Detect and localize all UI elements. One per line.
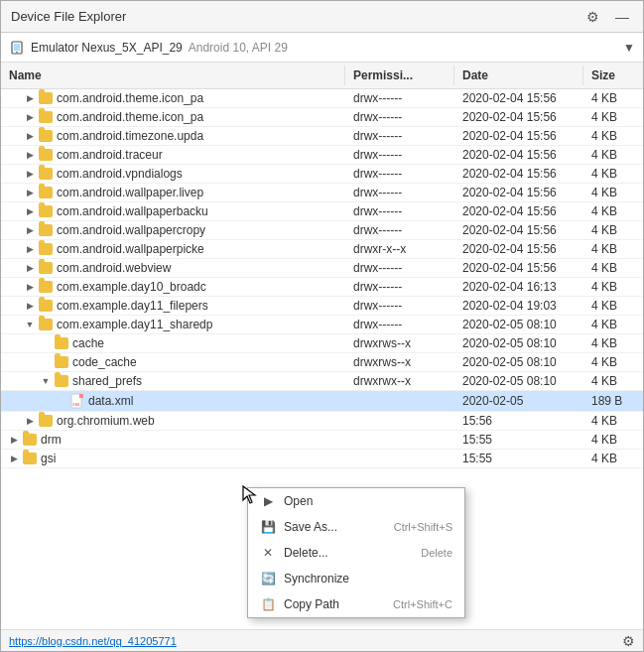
table-row[interactable]: com.example.day10_broadc drwx------ 2020…	[1, 278, 643, 297]
cell-date: 2020-02-05 08:10	[454, 334, 583, 352]
cell-size: 4 KB	[583, 202, 643, 220]
cell-perm: drwxr-x--x	[345, 240, 454, 258]
cell-perm: drwx------	[345, 184, 454, 201]
minimize-button[interactable]: —	[611, 7, 633, 27]
cell-name: com.android.traceur	[1, 146, 345, 164]
cell-size: 4 KB	[583, 127, 643, 145]
cell-date: 2020-02-04 15:56	[454, 202, 583, 220]
cell-date: 2020-02-04 15:56	[454, 221, 583, 239]
folder-icon	[39, 242, 53, 256]
ctx-shortcut-copy-path: Ctrl+Shift+C	[393, 598, 452, 610]
ctx-label-copy-path: Copy Path	[284, 597, 385, 611]
table-row[interactable]: com.example.day11_sharedp drwx------ 202…	[1, 316, 643, 334]
file-name: gsi	[41, 452, 56, 465]
ctx-item-copy-path[interactable]: 📋 Copy Path Ctrl+Shift+C	[248, 591, 464, 617]
table-row[interactable]: cache drwxrws--x 2020-02-05 08:10 4 KB	[1, 334, 643, 353]
cell-size: 4 KB	[583, 221, 643, 239]
expand-arrow[interactable]	[41, 376, 51, 386]
cell-size: 4 KB	[583, 353, 643, 371]
table-row[interactable]: com.android.theme.icon_pa drwx------ 202…	[1, 108, 643, 127]
expand-arrow[interactable]	[25, 282, 35, 292]
cell-perm: drwx------	[345, 221, 454, 239]
expand-arrow[interactable]	[25, 169, 35, 179]
cell-size: 4 KB	[583, 278, 643, 296]
device-icon	[9, 40, 25, 56]
expand-arrow[interactable]	[25, 93, 35, 103]
ctx-item-save-as[interactable]: 💾 Save As... Ctrl+Shift+S	[248, 514, 464, 540]
ctx-item-synchronize[interactable]: 🔄 Synchronize	[248, 566, 464, 591]
cell-date: 15:55	[454, 450, 583, 467]
file-name: shared_prefs	[72, 374, 142, 388]
expand-arrow[interactable]	[25, 131, 35, 141]
ctx-shortcut-delete: Delete	[421, 547, 452, 559]
folder-icon	[39, 414, 53, 428]
settings-button[interactable]: ⚙	[582, 7, 603, 27]
folder-icon	[39, 167, 53, 181]
expand-arrow[interactable]	[9, 454, 19, 463]
cell-name: com.android.timezone.upda	[1, 127, 345, 145]
table-row[interactable]: com.android.wallpapercropy drwx------ 20…	[1, 221, 643, 240]
col-perm: Permissi...	[345, 65, 454, 85]
table-row[interactable]: gsi 15:55 4 KB	[1, 450, 643, 468]
device-name: Emulator Nexus_5X_API_29	[31, 41, 183, 55]
expand-arrow[interactable]	[25, 206, 35, 216]
cell-perm: drwxrws--x	[345, 334, 454, 352]
cell-size: 4 KB	[583, 372, 643, 390]
expand-arrow[interactable]	[25, 320, 35, 329]
table-row[interactable]: com.example.day11_filepers drwx------ 20…	[1, 297, 643, 316]
cell-size: 4 KB	[583, 316, 643, 333]
table-row[interactable]: com.android.wallpaperbacku drwx------ 20…	[1, 202, 643, 221]
table-row[interactable]: com.android.timezone.upda drwx------ 202…	[1, 127, 643, 146]
table-row[interactable]: com.android.vpndialogs drwx------ 2020-0…	[1, 165, 643, 184]
dropdown-icon[interactable]: ▼	[623, 41, 635, 55]
device-bar: Emulator Nexus_5X_API_29 Android 10, API…	[1, 33, 643, 63]
expand-arrow[interactable]	[25, 225, 35, 235]
cell-date: 2020-02-04 16:13	[454, 278, 583, 296]
cell-size: 4 KB	[583, 297, 643, 315]
table-row[interactable]: com.android.theme.icon_pa drwx------ 202…	[1, 89, 643, 108]
cell-name: gsi	[1, 450, 345, 467]
cell-perm: drwx------	[345, 127, 454, 145]
table-row[interactable]: com.android.wallpaper.livep drwx------ 2…	[1, 184, 643, 202]
folder-icon	[39, 280, 53, 294]
table-row[interactable]: com.android.wallpaperpicke drwxr-x--x 20…	[1, 240, 643, 259]
expand-arrow[interactable]	[25, 150, 35, 160]
status-link[interactable]: https://blog.csdn.net/qq_41205771	[9, 635, 177, 647]
table-row[interactable]: com.android.traceur drwx------ 2020-02-0…	[1, 146, 643, 165]
table-row[interactable]: XML data.xml 2020-02-05 189 B	[1, 391, 643, 412]
ctx-item-open[interactable]: ▶ Open	[248, 488, 464, 514]
table-row[interactable]: code_cache drwxrws--x 2020-02-05 08:10 4…	[1, 353, 643, 372]
file-name: org.chromium.web	[57, 414, 155, 428]
cell-perm	[345, 391, 454, 411]
cell-name: cache	[1, 334, 345, 352]
cell-size: 4 KB	[583, 450, 643, 467]
ctx-item-delete[interactable]: ✕ Delete... Delete	[248, 540, 464, 566]
folder-icon	[39, 318, 53, 331]
expand-arrow[interactable]	[25, 301, 35, 311]
cell-size: 4 KB	[583, 412, 643, 430]
expand-arrow[interactable]	[25, 188, 35, 197]
cell-name: com.android.wallpaper.livep	[1, 184, 345, 201]
expand-arrow[interactable]	[9, 435, 19, 445]
file-name: com.android.vpndialogs	[57, 167, 183, 181]
cell-name: org.chromium.web	[1, 412, 345, 430]
table-row[interactable]: drm 15:55 4 KB	[1, 431, 643, 450]
table-row[interactable]: shared_prefs drwxrwx--x 2020-02-05 08:10…	[1, 372, 643, 391]
table-row[interactable]: org.chromium.web 15:56 4 KB	[1, 412, 643, 431]
context-menu: ▶ Open 💾 Save As... Ctrl+Shift+S ✕ Delet…	[247, 487, 465, 618]
cell-date: 2020-02-04 15:56	[454, 108, 583, 126]
svg-text:XML: XML	[72, 402, 81, 407]
table-row[interactable]: com.android.webview drwx------ 2020-02-0…	[1, 259, 643, 278]
expand-arrow[interactable]	[25, 112, 35, 122]
cell-name: com.android.wallpaperpicke	[1, 240, 345, 258]
cell-perm: drwx------	[345, 278, 454, 296]
expand-arrow[interactable]	[25, 416, 35, 426]
expand-arrow[interactable]	[25, 263, 35, 273]
file-name: com.android.webview	[57, 261, 171, 275]
expand-arrow[interactable]	[25, 244, 35, 254]
ctx-icon-open: ▶	[260, 493, 276, 509]
cell-name: drm	[1, 431, 345, 449]
status-gear-icon[interactable]: ⚙	[622, 633, 635, 649]
cell-perm: drwx------	[345, 108, 454, 126]
cell-name: shared_prefs	[1, 372, 345, 390]
